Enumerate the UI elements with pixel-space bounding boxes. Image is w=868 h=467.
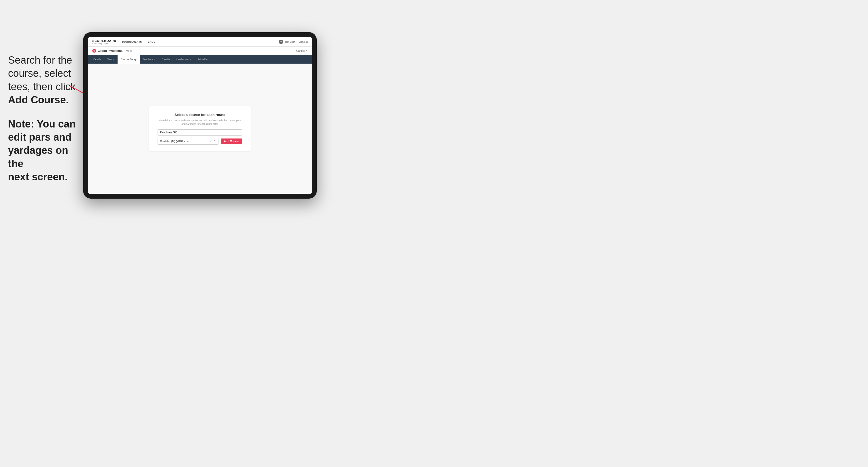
note-line3: yardages on the (8, 145, 68, 169)
course-select-box: Select a course for each round Search fo… (149, 106, 251, 151)
main-content: Select a course for each round Search fo… (88, 64, 312, 194)
logo-subtitle: Powered by clippd (92, 42, 116, 44)
cancel-button[interactable]: Cancel ✕ (296, 50, 308, 52)
tab-printables[interactable]: Printables (194, 55, 212, 64)
annotation-note: Note: You can edit pars and yardages on … (8, 118, 83, 184)
user-avatar: R (279, 40, 283, 44)
annotation-line3: tees, then click (8, 81, 75, 92)
tournament-header: C Clippd Invitational (Men) Cancel ✕ (88, 47, 312, 55)
tee-select-row: Gold (M) (M) (7010 yds) ✕ ⌃ Add Course (158, 138, 242, 145)
tab-course-setup[interactable]: Course Setup (118, 55, 140, 64)
tee-expand-btn[interactable]: ⌃ (213, 139, 216, 143)
tournament-name-row: C Clippd Invitational (Men) (92, 49, 132, 53)
tee-clear-btn[interactable]: ✕ (209, 139, 212, 143)
nav-tournaments[interactable]: TOURNAMENTS (122, 40, 142, 43)
logo-title: SCOREBOARD (92, 39, 116, 42)
note-line2: edit pars and (8, 131, 72, 143)
tab-details[interactable]: Details (90, 55, 104, 64)
course-select-title: Select a course for each round (158, 113, 242, 117)
tablet-device: SCOREBOARD Powered by clippd TOURNAMENTS… (83, 32, 317, 198)
tournament-name: Clippd Invitational (98, 49, 123, 52)
annotation-line2: course, select (8, 68, 71, 79)
annotation-line1: Search for the (8, 55, 72, 66)
nav-links: TOURNAMENTS TEAMS (122, 40, 279, 43)
tab-teams[interactable]: Teams (104, 55, 118, 64)
sign-out-link[interactable]: Sign out (299, 40, 308, 43)
pipe-divider: | (297, 40, 297, 43)
tee-controls: ✕ ⌃ (209, 139, 216, 143)
tee-select-value: Gold (M) (M) (7010 yds) (160, 140, 189, 143)
clippd-icon: C (92, 49, 96, 53)
annotation-text: Search for the course, select tees, then… (8, 54, 83, 107)
tournament-gender: (Men) (125, 50, 132, 52)
tab-leaderboards[interactable]: Leaderboards (173, 55, 194, 64)
tab-tee-groups[interactable]: Tee Groups (140, 55, 159, 64)
add-course-button[interactable]: Add Course (221, 138, 242, 144)
user-name: Test User (285, 40, 295, 43)
tab-results[interactable]: Results (159, 55, 173, 64)
user-area: R Test User | Sign out (279, 40, 308, 44)
top-nav: SCOREBOARD Powered by clippd TOURNAMENTS… (88, 37, 312, 47)
course-select-desc: Search for a course and select a tee. Yo… (158, 119, 242, 126)
note-line1: Note: You can (8, 118, 76, 130)
tee-select-dropdown[interactable]: Gold (M) (M) (7010 yds) ✕ ⌃ (158, 138, 218, 145)
tablet-screen: SCOREBOARD Powered by clippd TOURNAMENTS… (88, 37, 312, 194)
logo-area: SCOREBOARD Powered by clippd (92, 39, 116, 44)
nav-teams[interactable]: TEAMS (146, 40, 155, 43)
course-search-input[interactable] (158, 129, 242, 135)
annotation-line4: Add Course. (8, 94, 69, 105)
tab-nav: Details Teams Course Setup Tee Groups Re… (88, 55, 312, 64)
annotation-area: Search for the course, select tees, then… (8, 54, 83, 184)
note-line4: next screen. (8, 171, 68, 183)
